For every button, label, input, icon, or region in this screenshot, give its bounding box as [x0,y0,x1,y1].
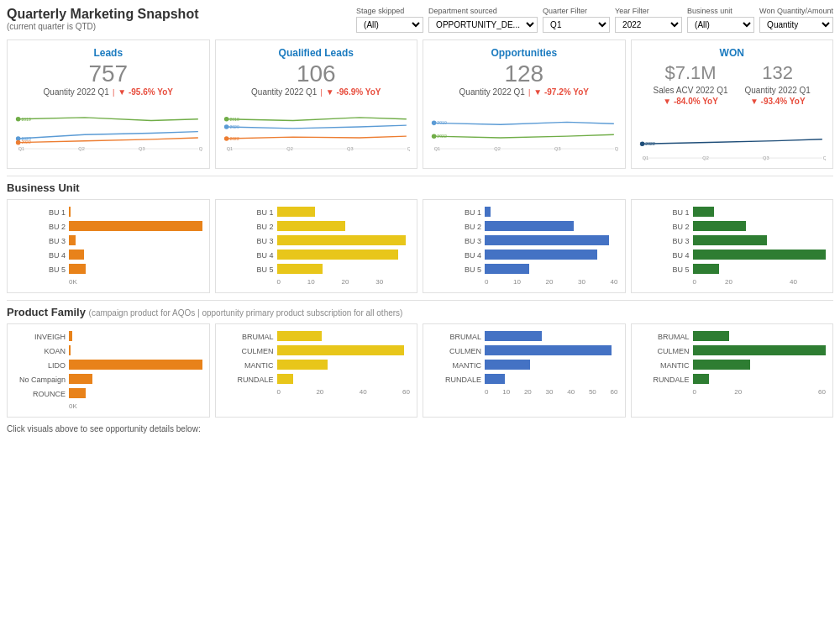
bar-label: BU 5 [430,265,485,274]
kpi-sub: Quantity 2022 Q1 | ▼ -96.9% YoY [223,87,411,97]
bar [693,235,768,245]
kpi-number: 757 [14,62,202,86]
bar-label: BRUMAL [638,333,693,341]
filter-label: Stage skipped [356,7,423,15]
axis-label: 30 [375,278,383,286]
svg-text:Q3: Q3 [763,155,769,160]
business-unit-section: Business Unit BU 1BU 2BU 3BU 4BU 50KBU 1… [7,176,833,293]
bar-label: BU 5 [14,265,69,274]
kpi-sub-text: Quantity 2022 Q1 [251,87,317,97]
bar [69,388,86,398]
bar-chart-card[interactable]: BU 1BU 2BU 3BU 4BU 5010203040 [423,199,626,293]
yoy-arrow: | [320,88,322,97]
product-family-charts: INVEIGHKOANLIDONo CampaignROUNCE0KBRUMAL… [7,323,833,418]
bar-row: MANTIC [223,360,411,371]
dashboard: Quarterly Marketing Snapshot (current qu… [0,0,840,641]
bar-label: BU 1 [430,208,485,217]
bar-row: ROUNCE [14,388,202,400]
yoy-arrow: | [113,88,114,97]
svg-text:2019: 2019 [21,117,31,122]
bar-container [485,207,618,218]
bar-label: CULMEN [638,347,693,355]
kpi-card[interactable]: Leads757Quantity 2022 Q1 | ▼ -95.6% YoYQ… [7,39,210,169]
bar [693,331,730,341]
mini-chart-svg: Q1Q2Q3Q420192022 [430,102,618,152]
filter-select[interactable]: Q1Q2Q3Q4 [543,17,610,33]
axis-label: 40 [611,278,618,286]
kpi-card[interactable]: WON $7.1M Sales ACV 2022 Q1 ▼ -84.0% YoY… [631,39,834,169]
bar-container [485,235,618,247]
kpi-card[interactable]: Qualified Leads106Quantity 2022 Q1 | ▼ -… [215,39,418,169]
won-qty-col: 132 Quantity 2022 Q1 ▼ -93.4% YoY [745,62,811,106]
axis-labels: 02040 [638,278,827,286]
axis-labels: 0102030 [223,278,411,286]
bar-row: BU 1 [223,207,411,218]
bar-label: MANTIC [430,361,485,370]
axis-label: 10 [502,388,510,396]
bar-chart-card[interactable]: BU 1BU 2BU 3BU 4BU 50K [7,199,210,293]
axis-label: 20 [725,278,732,286]
kpi-title: Leads [14,47,202,59]
bar-container [693,331,827,343]
filter-group: Year Filter202020212022 [615,7,682,33]
bar-container [485,264,618,276]
axis-label: 0 [485,388,488,396]
filter-select[interactable]: (All) [356,17,423,33]
mini-chart-svg: Q1Q2Q3Q4202020182022 [223,102,411,152]
bar-label: KOAN [14,347,69,355]
bar-row: BU 3 [223,235,411,247]
bar-row: MANTIC [430,360,618,371]
kpi-mini-chart: Q1Q2Q3Q42022 [638,111,827,161]
filter-label: Business unit [687,7,754,15]
kpi-title: WON [638,47,827,59]
kpi-mini-chart: Q1Q2Q3Q4202020182022 [223,102,411,152]
axis-label: 20 [342,278,349,286]
bar [277,221,346,231]
page-title: Quarterly Marketing Snapshot [7,7,199,22]
bar [69,264,86,274]
svg-point-7 [16,140,21,145]
bar [693,250,827,260]
bar-chart-card[interactable]: BU 1BU 2BU 3BU 4BU 50102030 [215,199,418,293]
bar [485,221,574,231]
bar-label: BU 2 [223,223,277,231]
bar-container [693,250,827,261]
bar-row: BRUMAL [638,331,827,343]
bar-label: RUNDALE [223,376,277,384]
bar-row: BU 1 [430,207,618,218]
svg-text:2022: 2022 [437,134,447,139]
axis-label: 0 [693,278,696,286]
kpi-yoy: ▼ -96.9% YoY [326,87,381,97]
kpi-card[interactable]: Opportunities128Quantity 2022 Q1 | ▼ -97… [423,39,626,169]
filter-select[interactable]: 202020212022 [615,17,682,33]
bar-container [69,221,202,233]
bar-chart-card[interactable]: BU 1BU 2BU 3BU 4BU 502040 [631,199,834,293]
bar-chart-card[interactable]: INVEIGHKOANLIDONo CampaignROUNCE0K [7,323,210,418]
bar [277,360,328,370]
bar [69,221,202,231]
filter-group: Business unit(All)BU 1BU 2BU 3BU 4BU 5 [687,7,754,33]
bar-chart-card[interactable]: BRUMALCULMENMANTICRUNDALE02060 [631,323,834,418]
won-quantity: 132 [745,62,811,84]
filter-select[interactable]: OPPORTUNITY_DE... [428,17,538,33]
bar-row: BU 5 [223,264,411,276]
filter-select[interactable]: QuantityAmount [759,17,833,33]
axis-label: 0K [69,402,77,410]
axis-label: 40 [790,278,797,286]
bar-row: MANTIC [638,360,827,371]
bar-row: CULMEN [223,345,411,357]
bar-chart-card[interactable]: BRUMALCULMENMANTICRUNDALE0204060 [215,323,418,418]
bar-row: BU 4 [223,250,411,261]
filter-select[interactable]: (All)BU 1BU 2BU 3BU 4BU 5 [687,17,754,33]
axis-labels: 010203040 [430,278,618,286]
kpi-sub-text: Quantity 2022 Q1 [44,87,109,97]
bar-label: BU 2 [430,223,485,231]
bar [69,374,92,384]
kpi-sub-text: Quantity 2022 Q1 [459,87,525,97]
axis-label: 30 [578,278,585,286]
bar-container [69,235,202,247]
bar [69,360,202,370]
bar [69,345,71,355]
bar-row: BU 4 [638,250,827,261]
bar-chart-card[interactable]: BRUMALCULMENMANTICRUNDALE0102030405060 [423,323,626,418]
